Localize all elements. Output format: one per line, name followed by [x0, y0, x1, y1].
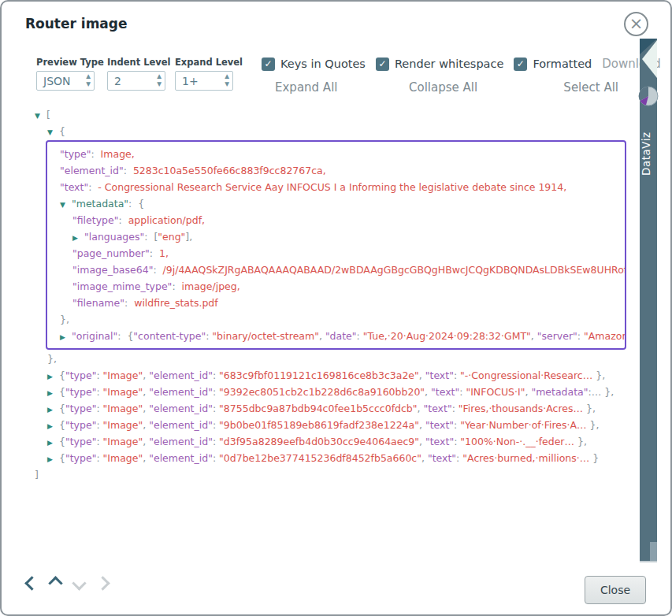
json-line: ]: [2, 466, 638, 483]
json-punctuation: : [: [144, 231, 158, 243]
json-key: "original": [72, 330, 117, 342]
json-value: - Congressional Research Service Aay INF…: [98, 181, 566, 193]
expand-triangle-icon[interactable]: ▶: [72, 230, 84, 245]
json-line: "page_number": 1,: [47, 245, 625, 262]
json-punctuation: ,: [143, 452, 149, 464]
indent-level-select[interactable]: 2 ▲▼: [107, 71, 165, 91]
expand-all-link[interactable]: Expand All: [275, 80, 337, 95]
json-value: "Image": [103, 369, 143, 381]
json-value: "eng": [158, 231, 185, 243]
json-punctuation: },: [60, 314, 69, 325]
down-record-icon[interactable]: [72, 576, 86, 590]
json-punctuation: :: [88, 181, 98, 193]
expand-level-label: Expand Level: [175, 57, 233, 68]
json-value: "binary/octet-stream": [212, 330, 319, 342]
expand-triangle-icon[interactable]: ▶: [47, 402, 59, 417]
strip-scroll-thumb[interactable]: [650, 542, 657, 561]
json-key: "date": [325, 330, 357, 342]
json-key: "element_id": [60, 165, 124, 176]
json-punctuation: ,: [143, 369, 149, 381]
dataviz-tab-label[interactable]: DataViz: [640, 116, 657, 191]
close-button[interactable]: Close: [585, 576, 646, 604]
up-record-icon[interactable]: [48, 576, 62, 590]
json-punctuation: :: [91, 148, 100, 160]
pie-chart-icon: [638, 86, 659, 106]
expand-triangle-icon[interactable]: ▶: [47, 451, 59, 466]
json-punctuation: :: [150, 247, 159, 259]
json-line: "text": - Congressional Research Service…: [47, 179, 625, 195]
collapse-triangle-icon[interactable]: ▼: [60, 197, 72, 212]
json-line: ▼[: [2, 106, 638, 123]
json-punctuation: ,: [143, 403, 149, 414]
dataviz-side-tab[interactable]: DataViz: [640, 39, 657, 562]
json-punctuation: {: [59, 125, 65, 137]
json-value: "9b0be01f85189eb8619fadf238e1224a": [219, 419, 419, 431]
spinner-arrows-icon[interactable]: ▲▼: [86, 72, 91, 88]
json-key: "text": [425, 369, 454, 381]
expand-triangle-icon[interactable]: ▶: [60, 329, 72, 344]
json-key: "type": [65, 369, 96, 381]
json-key: "filetype": [72, 214, 118, 226]
collapse-all-link[interactable]: Collapse All: [409, 80, 477, 95]
expand-triangle-icon[interactable]: ▶: [47, 418, 59, 433]
json-value: "0d7be12be377415236df8452fb5a660c": [219, 452, 421, 464]
json-punctuation: :: [124, 165, 133, 176]
next-record-icon[interactable]: [95, 576, 110, 590]
json-punctuation: :: [213, 403, 219, 414]
json-punctuation: :: [213, 419, 219, 431]
json-punctuation: :: [213, 369, 219, 381]
prev-record-icon[interactable]: [24, 576, 39, 590]
json-line: ▼"metadata": {: [47, 195, 625, 212]
expand-level-select[interactable]: 1+ ▲▼: [175, 71, 233, 91]
json-key: "metadata": [72, 198, 128, 210]
json-punctuation: },: [583, 403, 596, 414]
json-punctuation: :: [118, 214, 128, 226]
expand-level-group: Expand Level 1+ ▲▼: [175, 57, 233, 91]
expand-triangle-icon[interactable]: ▶: [47, 369, 59, 384]
json-line: "type": Image,: [47, 146, 625, 162]
json-punctuation: ,: [425, 386, 431, 398]
json-value: "100%·Non-·.__·feder…: [460, 436, 574, 447]
select-all-link[interactable]: Select All: [563, 80, 618, 95]
indent-level-label: Indent Level: [107, 57, 165, 68]
checkbox-formatted[interactable]: ✓ Formatted: [514, 58, 592, 71]
json-key: "text": [423, 403, 451, 414]
checkbox-checked-icon: ✓: [262, 58, 275, 71]
checkbox-render-whitespace[interactable]: ✓ Render whitespace: [376, 58, 503, 71]
json-punctuation: {: [59, 436, 65, 447]
preview-type-label: Preview Type: [36, 57, 95, 68]
json-punctuation: ,: [419, 419, 425, 431]
expand-triangle-icon[interactable]: ▶: [47, 435, 59, 450]
expand-level-value: 1+: [176, 75, 232, 87]
checkbox-keys-in-quotes[interactable]: ✓ Keys in Quotes: [262, 58, 366, 71]
json-line: ▶"original": {"content-type": "binary/oc…: [47, 328, 625, 344]
json-key: "text": [425, 419, 454, 431]
close-icon[interactable]: ×: [624, 12, 648, 36]
json-punctuation: :: [153, 264, 162, 276]
spinner-arrows-icon[interactable]: ▲▼: [225, 72, 229, 88]
json-line: "image_base64": /9j/4AAQSkZJRgABAQAAAQAB…: [47, 262, 625, 278]
json-value: "Year·Number·of·Fires·A…: [460, 419, 586, 431]
json-punctuation: :: [213, 436, 219, 447]
json-punctuation: },: [587, 419, 600, 431]
json-punctuation: :: [96, 419, 102, 431]
json-key: "text": [60, 181, 88, 193]
json-key: "element_id": [149, 419, 213, 431]
json-value: "Image": [103, 386, 143, 398]
preview-type-select[interactable]: JSON ▲▼: [36, 71, 95, 91]
json-line: ▶{"type": "Image", "element_id": "9392ec…: [2, 384, 638, 400]
json-key: "page_number": [72, 247, 150, 259]
json-value: "Image": [103, 403, 143, 414]
json-line: ▶{"type": "Image", "element_id": "683c9f…: [2, 367, 638, 384]
json-key: "element_id": [149, 386, 213, 398]
preview-type-group: Preview Type JSON ▲▼: [36, 57, 95, 91]
json-key: "text": [431, 386, 459, 398]
expand-triangle-icon[interactable]: ▶: [47, 385, 59, 400]
collapse-triangle-icon[interactable]: ▼: [47, 124, 59, 139]
json-punctuation: ,: [143, 419, 149, 431]
json-line: },: [47, 311, 625, 328]
json-value: "Image": [103, 419, 143, 431]
collapse-triangle-icon[interactable]: ▼: [35, 108, 46, 123]
spinner-arrows-icon[interactable]: ▲▼: [157, 72, 162, 88]
json-key: "image_mime_type": [72, 280, 172, 292]
